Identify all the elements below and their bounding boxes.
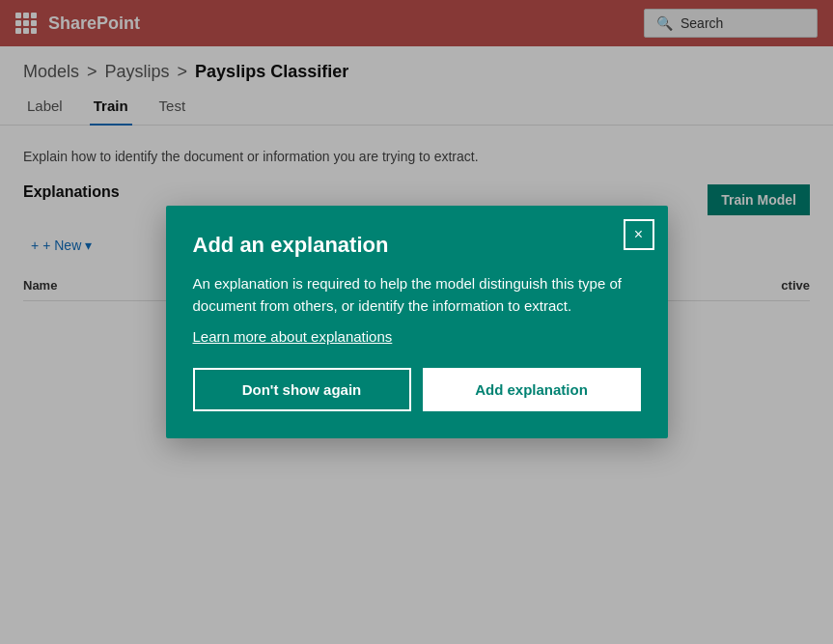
learn-more-link[interactable]: Learn more about explanations — [193, 328, 393, 345]
explanation-modal: × Add an explanation An explanation is r… — [166, 206, 668, 438]
modal-actions: Don't show again Add explanation — [193, 368, 641, 411]
modal-title: Add an explanation — [193, 233, 641, 258]
modal-body: An explanation is required to help the m… — [193, 273, 641, 317]
modal-overlay: × Add an explanation An explanation is r… — [0, 0, 833, 644]
modal-close-button[interactable]: × — [624, 219, 654, 250]
add-explanation-button[interactable]: Add explanation — [423, 368, 641, 411]
dont-show-again-button[interactable]: Don't show again — [193, 368, 411, 411]
